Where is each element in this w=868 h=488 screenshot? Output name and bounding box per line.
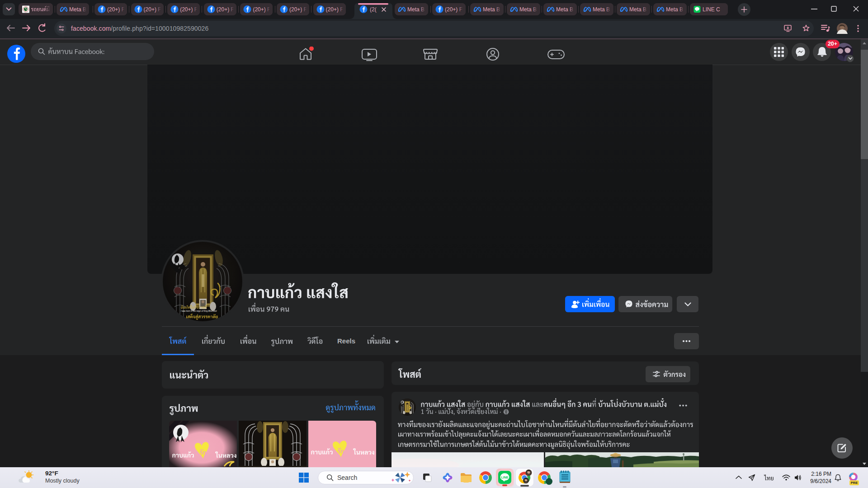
svg-text:LINE: LINE — [501, 476, 509, 479]
